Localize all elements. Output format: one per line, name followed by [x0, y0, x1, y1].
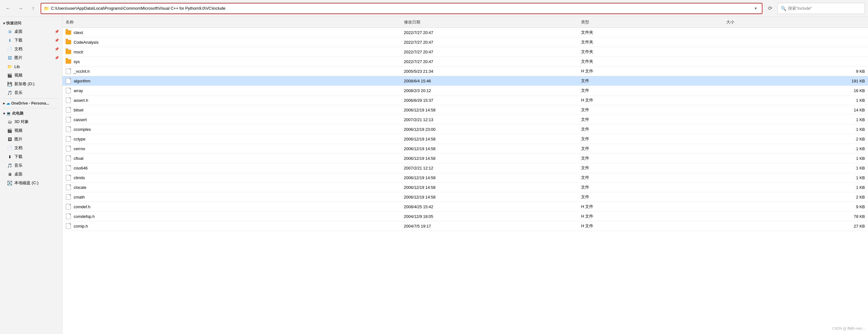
sidebar-item-video[interactable]: 🎬 视频 [0, 71, 62, 80]
download-icon: ⬇ [7, 37, 12, 43]
docs-icon: 📄 [7, 46, 12, 52]
sidebar-computer[interactable]: ▾ 💻 此电脑 [0, 110, 62, 117]
onedrive-icon: ☁ [6, 101, 10, 105]
file-name-label: CodeAnalysis [74, 40, 99, 44]
sidebar-item-pics[interactable]: 🖼 图片 📌 [0, 53, 62, 62]
sidebar-divider-1 [3, 98, 59, 99]
table-row[interactable]: cerrno 2006/12/19 14:58 文件 1 KB [62, 144, 868, 154]
file-name-label: cassert [74, 117, 87, 122]
file-name-cell: cfloat [62, 154, 401, 163]
table-row[interactable]: ciso646 2007/2/21 12:12 文件 1 KB [62, 163, 868, 173]
sidebar-item-desktop2[interactable]: 🖥 桌面 [0, 170, 62, 179]
file-table: 名称 修改日期 类型 大小 cliext 2022/7/27 20:47 文件夹 [62, 17, 868, 231]
table-row[interactable]: cliext 2022/7/27 20:47 文件夹 [62, 28, 868, 37]
file-size-cell: 1 KB [723, 173, 868, 183]
file-date-cell: 2007/2/21 12:13 [401, 115, 578, 125]
file-size-cell: 27 KB [723, 221, 868, 231]
chevron-right-icon-pc: ▾ [3, 112, 5, 116]
table-row[interactable]: cmath 2006/12/19 14:58 文件 2 KB [62, 192, 868, 202]
address-input[interactable] [51, 6, 750, 10]
table-row[interactable]: bitset 2006/12/19 14:58 文件 14 KB [62, 105, 868, 115]
music-icon2: 🎵 [7, 163, 12, 168]
table-row[interactable]: cctype 2006/12/19 14:58 文件 2 KB [62, 134, 868, 144]
file-type-cell: 文件 [578, 76, 723, 86]
sidebar-item-music2[interactable]: 🎵 音乐 [0, 161, 62, 170]
table-row[interactable]: sys 2022/7/27 20:47 文件夹 [62, 57, 868, 66]
file-icon [66, 88, 71, 93]
table-row[interactable]: ccomplex 2006/12/19 23:00 文件 1 KB [62, 125, 868, 134]
sidebar-item-new-volume[interactable]: 💾 新加卷 (D:) [0, 80, 62, 88]
sidebar-item-video2[interactable]: 🎬 视频 [0, 126, 62, 135]
address-dropdown-button[interactable]: ▾ [752, 5, 760, 12]
table-row[interactable]: comdefsp.h 2004/12/9 18:05 H 文件 78 KB [62, 212, 868, 221]
search-input[interactable] [788, 6, 862, 10]
table-row[interactable]: climits 2006/12/19 14:58 文件 1 KB [62, 173, 868, 183]
table-row[interactable]: _vcclrit.h 2005/5/23 21:34 H 文件 9 KB [62, 66, 868, 76]
table-row[interactable]: cfloat 2006/12/19 14:58 文件 1 KB [62, 154, 868, 163]
col-header-size[interactable]: 大小 [723, 17, 868, 28]
sidebar-item-label-video2: 视频 [14, 128, 23, 133]
file-date-cell: 2022/7/27 20:47 [401, 57, 578, 66]
table-row[interactable]: clocale 2006/12/19 14:58 文件 1 KB [62, 183, 868, 192]
desktop-icon: 🖥 [7, 29, 12, 34]
file-date-cell: 2006/12/19 14:58 [401, 192, 578, 202]
file-date-cell: 2006/12/19 14:58 [401, 183, 578, 192]
folder-icon [66, 39, 71, 45]
file-date-cell: 2007/2/21 12:12 [401, 163, 578, 173]
table-row[interactable]: comdef.h 2008/4/25 15:42 H 文件 9 KB [62, 202, 868, 212]
address-bar: 📁 ▾ [40, 3, 763, 14]
file-icon [66, 78, 71, 84]
file-name-label: comdefsp.h [74, 214, 95, 219]
file-name-cell: climits [62, 173, 401, 183]
sidebar-item-lib[interactable]: 📁 Lib [0, 62, 62, 71]
col-header-name[interactable]: 名称 [62, 17, 401, 28]
sidebar-item-label-music: 音乐 [14, 90, 23, 95]
forward-button[interactable]: → [16, 3, 26, 13]
table-row[interactable]: assert.h 2006/6/29 15:37 H 文件 1 KB [62, 95, 868, 105]
sidebar-quick-access[interactable]: ▾ 快速访问 [0, 19, 62, 27]
sidebar-item-download[interactable]: ⬇ 下载 📌 [0, 36, 62, 44]
search-box: 🔍 [777, 3, 865, 14]
file-name-label: msclr [74, 50, 83, 54]
file-name-cell: comdefsp.h [62, 212, 401, 221]
sidebar-item-pics2[interactable]: 🖼 图片 [0, 135, 62, 144]
table-row[interactable]: array 2008/2/3 20:12 文件 16 KB [62, 86, 868, 95]
sidebar-item-docs2[interactable]: 📄 文档 [0, 144, 62, 152]
file-name-label: algorithm [74, 79, 90, 83]
table-row[interactable]: comip.h 2004/7/5 19:17 H 文件 27 KB [62, 221, 868, 231]
music-icon: 🎵 [7, 90, 12, 95]
table-row[interactable]: cassert 2007/2/21 12:13 文件 1 KB [62, 115, 868, 125]
file-date-cell: 2022/7/27 20:47 [401, 37, 578, 47]
sidebar-onedrive[interactable]: ▸ ☁ OneDrive - Persona... [0, 100, 62, 107]
up-button[interactable]: ↑ [28, 3, 38, 13]
sidebar-item-3d[interactable]: 🗂 3D 对象 [0, 117, 62, 126]
desktop-icon2: 🖥 [7, 171, 12, 177]
table-row[interactable]: algorithm 2008/6/4 15:46 文件 191 KB [62, 76, 868, 86]
sidebar-item-download2[interactable]: ⬇ 下载 [0, 152, 62, 161]
file-date-cell: 2008/6/4 15:46 [401, 76, 578, 86]
table-row[interactable]: CodeAnalysis 2022/7/27 20:47 文件夹 [62, 37, 868, 47]
file-icon [66, 184, 71, 190]
file-name-label: _vcclrit.h [74, 69, 90, 74]
file-name-cell: cctype [62, 134, 401, 144]
col-header-date[interactable]: 修改日期 [401, 17, 578, 28]
sidebar-item-label-download2: 下载 [14, 154, 23, 159]
refresh-button[interactable]: ⟳ [765, 3, 775, 13]
file-date-cell: 2006/12/19 14:58 [401, 173, 578, 183]
file-date-cell: 2006/12/19 14:58 [401, 154, 578, 163]
sidebar-item-music[interactable]: 🎵 音乐 [0, 88, 62, 97]
file-type-cell: 文件 [578, 154, 723, 163]
sidebar-item-local-c[interactable]: 💽 本地磁盘 (C:) [0, 179, 62, 187]
file-date-cell: 2005/5/23 21:34 [401, 66, 578, 76]
file-size-cell [723, 47, 868, 57]
back-button[interactable]: ← [3, 3, 13, 13]
col-header-type[interactable]: 类型 [578, 17, 723, 28]
file-date-cell: 2004/7/5 19:17 [401, 221, 578, 231]
table-row[interactable]: msclr 2022/7/27 20:47 文件夹 [62, 47, 868, 57]
drive-icon-c: 💽 [7, 180, 12, 186]
sidebar-item-docs[interactable]: 📄 文档 📌 [0, 44, 62, 53]
download-icon2: ⬇ [7, 154, 12, 159]
sidebar-item-desktop[interactable]: 🖥 桌面 📌 [0, 27, 62, 36]
file-type-cell: H 文件 [578, 202, 723, 212]
file-icon [66, 136, 71, 142]
